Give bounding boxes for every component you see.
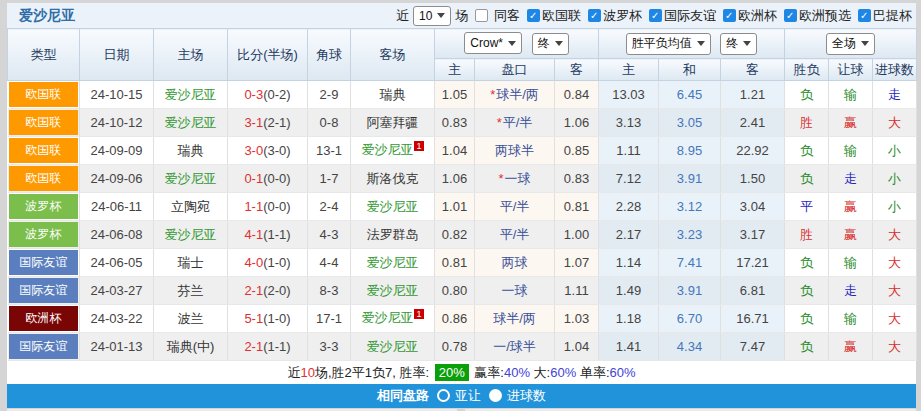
europe-away-odds: 1.50 (721, 165, 785, 193)
corner-count: 8-3 (308, 277, 351, 305)
asia-handicap: *平/半 (475, 109, 555, 137)
asia-away-odds: 0.85 (555, 137, 599, 165)
same-trend-radio-asia[interactable]: 亚让 (429, 387, 481, 405)
asia-away-odds: 0.81 (555, 193, 599, 221)
result-cell: 负 (785, 333, 829, 361)
league-filter-1[interactable]: 欧国联 (520, 8, 581, 23)
result-cell: 平 (785, 193, 829, 221)
asia-away-odds: 1.11 (555, 277, 599, 305)
away-team: 爱沙尼亚 (351, 277, 435, 305)
scope-select[interactable]: 全场 (826, 33, 875, 55)
asia-home-odds: 1.01 (435, 193, 475, 221)
asia-away-odds: 1.03 (555, 305, 599, 333)
col-header-score: 比分(半场) (228, 29, 308, 81)
europe-away-odds: 17.21 (721, 249, 785, 277)
europe-away-odds: 6.81 (721, 277, 785, 305)
match-date: 24-09-09 (80, 137, 154, 165)
checkbox-checked-icon[interactable] (588, 9, 601, 22)
checkbox-checked-icon[interactable] (649, 9, 662, 22)
away-team: 爱沙尼亚 (351, 193, 435, 221)
asia-odds-group: Crow* 终 (435, 29, 599, 59)
asia-home-odds: 0.78 (435, 333, 475, 361)
summary-record: 场,胜2平1负7, 胜率: (315, 365, 429, 380)
type-badge: 欧国联 (8, 137, 80, 165)
asia-handicap: 一/球半 (475, 333, 555, 361)
home-team: 爱沙尼亚 (154, 81, 228, 109)
europe-mode-select[interactable]: 胜平负均值 (626, 33, 711, 55)
col-header-goals-result: 进球数 (873, 59, 917, 81)
radio-selected-icon[interactable] (489, 389, 502, 402)
asia-away-odds: 0.84 (555, 81, 599, 109)
table-row: 国际友谊24-03-27芬兰2-1(2-0)8-3爱沙尼亚0.80一球1.111… (8, 277, 917, 305)
league-filter-6[interactable]: 巴提杯 (851, 8, 912, 23)
col-header-type: 类型 (8, 29, 80, 81)
same-away-checkbox[interactable]: 同客 (468, 7, 520, 25)
col-header-home: 主场 (154, 29, 228, 81)
corner-count: 4-3 (308, 221, 351, 249)
table-row: 欧国联24-09-09瑞典3-0(3-0)13-1爱沙尼亚11.04两球半0.8… (8, 137, 917, 165)
stats-panel: 爱沙尼亚 近 10 场 同客 欧国联波罗杯国际友谊欧洲杯欧洲预选巴提杯 (7, 3, 916, 411)
match-date: 24-03-22 (80, 305, 154, 333)
europe-time-value: 终 (726, 35, 738, 52)
away-team: 爱沙尼亚 (351, 249, 435, 277)
checkbox-checked-icon[interactable] (723, 9, 736, 22)
europe-home-odds: 1.41 (599, 333, 659, 361)
corner-count: 1-7 (308, 165, 351, 193)
handicap-result-cell: 赢 (829, 193, 873, 221)
table-row: 国际友谊24-01-13瑞典(中)2-1(1-1)3-3爱沙尼亚0.78一/球半… (8, 333, 917, 361)
page-title: 爱沙尼亚 (19, 7, 75, 25)
score-cell: 2-1(1-1) (228, 333, 308, 361)
match-date: 24-10-12 (80, 109, 154, 137)
chevron-down-icon (743, 41, 751, 50)
col-header-eu-away: 客 (721, 59, 785, 81)
asia-company-select[interactable]: Crow* (464, 32, 522, 54)
asia-home-odds: 0.82 (435, 221, 475, 249)
col-header-handicap: 盘口 (475, 59, 555, 81)
europe-draw-odds: 3.23 (659, 221, 721, 249)
goals-result-cell: 大 (873, 249, 917, 277)
asia-time-select[interactable]: 终 (532, 33, 569, 55)
table-row: 欧国联24-09-06爱沙尼亚0-1(0-0)1-7斯洛伐克1.06*一球0.8… (8, 165, 917, 193)
handicap-result-cell: 输 (829, 81, 873, 109)
chevron-down-icon (861, 41, 869, 50)
radio-unselected-icon[interactable] (437, 389, 450, 402)
away-team: 爱沙尼亚1 (351, 305, 435, 333)
checkbox-checked-icon[interactable] (858, 9, 871, 22)
europe-time-select[interactable]: 终 (720, 33, 757, 55)
handicap-result-cell: 输 (829, 137, 873, 165)
match-date: 24-06-05 (80, 249, 154, 277)
home-team: 芬兰 (154, 277, 228, 305)
score-cell: 0-1(0-0) (228, 165, 308, 193)
league-filter-3[interactable]: 国际友谊 (642, 8, 716, 23)
type-badge: 波罗杯 (8, 221, 80, 249)
handicap-result-cell: 走 (829, 277, 873, 305)
goals-result-cell: 大 (873, 277, 917, 305)
chevron-down-icon (508, 41, 516, 50)
goals-result-cell: 小 (873, 165, 917, 193)
checkbox-checked-icon[interactable] (527, 9, 540, 22)
match-date: 24-09-06 (80, 165, 154, 193)
score-cell: 4-0(1-0) (228, 249, 308, 277)
result-group: 全场 (785, 29, 917, 59)
league-filter-4[interactable]: 欧洲杯 (716, 8, 777, 23)
away-team: 法罗群岛 (351, 221, 435, 249)
goals-result-cell: 走 (873, 81, 917, 109)
score-cell: 4-1(1-1) (228, 221, 308, 249)
result-cell: 胜 (785, 221, 829, 249)
checkbox-unchecked-icon[interactable] (475, 9, 488, 22)
table-row: 欧国联24-10-15爱沙尼亚0-3(0-2)2-9瑞典1.05*球半/两0.8… (8, 81, 917, 109)
chevron-down-icon (555, 41, 563, 50)
same-trend-radio-goals[interactable]: 进球数 (481, 387, 546, 405)
asia-handicap: 一球 (475, 277, 555, 305)
result-cell: 负 (785, 277, 829, 305)
recent-count-select[interactable]: 10 (413, 6, 451, 26)
col-header-away: 客场 (351, 29, 435, 81)
league-filter-5[interactable]: 欧洲预选 (777, 8, 851, 23)
asia-handicap: 平/半 (475, 221, 555, 249)
europe-home-odds: 3.13 (599, 109, 659, 137)
europe-away-odds: 7.47 (721, 333, 785, 361)
asia-home-odds: 0.83 (435, 109, 475, 137)
europe-home-odds: 13.03 (599, 81, 659, 109)
league-filter-2[interactable]: 波罗杯 (581, 8, 642, 23)
checkbox-checked-icon[interactable] (784, 9, 797, 22)
